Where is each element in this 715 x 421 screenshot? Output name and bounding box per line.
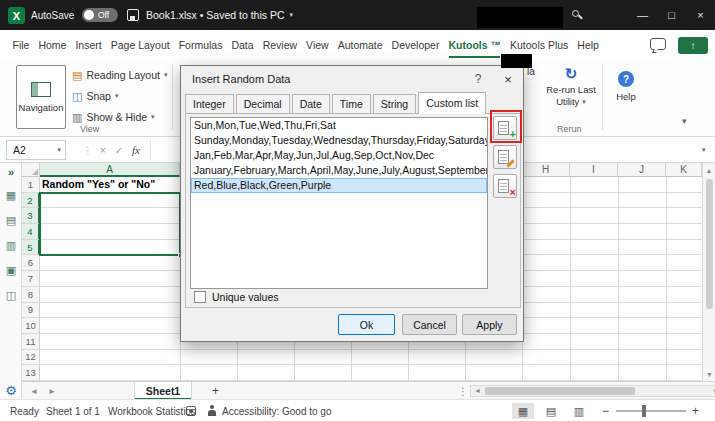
tab-insert[interactable]: Insert [71, 30, 106, 60]
help-button[interactable]: ? Help [606, 65, 646, 129]
zoom-slider-track[interactable] [616, 410, 686, 412]
row-header[interactable]: 6 [22, 255, 40, 271]
workbook-statistics-button[interactable]: Workbook Statistics [108, 400, 196, 421]
minimize-button[interactable]: — [628, 0, 657, 30]
name-box[interactable]: A2 ▾ [6, 140, 66, 160]
dialog-tab-decimal[interactable]: Decimal [236, 94, 290, 113]
insert-function-icon[interactable]: fx [128, 140, 144, 160]
collapse-ribbon-icon[interactable]: ▾ [682, 116, 687, 126]
column-header-h[interactable]: H [522, 163, 570, 177]
vertical-scroll-thumb[interactable] [706, 179, 713, 309]
tab-data[interactable]: Data [227, 30, 258, 60]
row-header[interactable]: 5 [22, 240, 40, 256]
row-header[interactable]: 4 [22, 224, 40, 240]
expand-pane-icon[interactable]: » [0, 166, 22, 178]
row-header[interactable]: 1 [22, 177, 40, 193]
maximize-button[interactable]: □ [657, 0, 686, 30]
tab-kutools[interactable]: Kutools ™ [444, 30, 506, 60]
settings-gear-icon[interactable]: ⚙ [0, 383, 22, 398]
normal-view-icon[interactable]: ▦ [512, 403, 534, 419]
tab-view[interactable]: View [302, 30, 334, 60]
macro-record-icon[interactable] [186, 406, 196, 416]
enter-entry-icon[interactable]: ✓ [112, 140, 126, 160]
next-sheet-icon[interactable]: ► [48, 382, 56, 400]
row-header[interactable]: 7 [22, 271, 40, 287]
accessibility-status[interactable]: Accessibility: Good to go [222, 400, 332, 421]
tab-review[interactable]: Review [258, 30, 301, 60]
horizontal-scrollbar[interactable]: ◄ ► [470, 385, 715, 397]
cell-a1-value[interactable]: Random "Yes" or "No" [42, 178, 179, 192]
list-item-selected[interactable]: Red,Blue,Black,Green,Purple [191, 178, 487, 193]
tab-page-layout[interactable]: Page Layout [106, 30, 174, 60]
search-icon[interactable] [572, 10, 582, 20]
tab-formulas[interactable]: Formulas [174, 30, 227, 60]
cancel-button[interactable]: Cancel [402, 314, 457, 335]
document-title[interactable]: Book1.xlsx • Saved to this PC ▾ [146, 0, 293, 30]
save-icon[interactable] [127, 9, 139, 21]
list-item[interactable]: Sunday,Monday,Tuesday,Wednesday,Thursday… [191, 133, 487, 148]
select-all-corner[interactable] [22, 163, 40, 177]
tab-home[interactable]: Home [34, 30, 71, 60]
row-header[interactable]: 3 [22, 208, 40, 224]
scroll-down-icon[interactable]: ▼ [703, 371, 715, 378]
navigation-button[interactable]: Navigation [16, 65, 66, 129]
list-item[interactable]: Jan,Feb,Mar,Apr,May,Jun,Jul,Aug,Sep,Oct,… [191, 148, 487, 163]
rerun-last-utility-button[interactable]: ↻ Re-run Last Utility▾ [543, 65, 599, 129]
page-layout-view-icon[interactable]: ▤ [540, 403, 562, 419]
scroll-up-icon[interactable]: ▲ [703, 167, 715, 174]
advanced-find-pane-icon[interactable]: ◫ [0, 289, 22, 302]
list-item[interactable]: January,February,March,April,May,June,Ju… [191, 163, 487, 178]
zoom-out-button[interactable]: − [602, 400, 609, 421]
close-button[interactable]: × [686, 0, 715, 30]
share-button[interactable]: ↑ [678, 37, 708, 54]
row-header[interactable]: 8 [22, 287, 40, 303]
autosave-toggle[interactable]: Off [82, 8, 118, 22]
reading-layout-button[interactable]: ▤ Reading Layout ▾ [72, 66, 167, 84]
row-header[interactable]: 13 [22, 365, 40, 381]
column-list-pane-icon[interactable]: ▤ [0, 214, 22, 227]
new-sheet-button[interactable]: + [212, 382, 219, 400]
apply-button[interactable]: Apply [462, 314, 517, 335]
worksheets-pane-icon[interactable]: ▦ [0, 189, 22, 202]
tab-automate[interactable]: Automate [333, 30, 387, 60]
add-list-button[interactable]: + [493, 116, 517, 140]
horizontal-scroll-thumb[interactable] [485, 387, 635, 395]
tab-help[interactable]: Help [573, 30, 604, 60]
dialog-tab-string[interactable]: String [373, 94, 416, 113]
list-item[interactable]: Sun,Mon,Tue,Wed,Thu,Fri,Sat [191, 118, 487, 133]
column-header-j[interactable]: J [618, 163, 666, 177]
row-header[interactable]: 11 [22, 334, 40, 350]
tab-splitter-icon[interactable]: ⋮ [458, 382, 468, 400]
name-manager-pane-icon[interactable]: ▣ [0, 264, 22, 277]
edit-list-button[interactable] [493, 145, 517, 169]
ok-button[interactable]: Ok [338, 314, 395, 335]
zoom-in-button[interactable]: + [692, 400, 699, 421]
dialog-tab-date[interactable]: Date [292, 94, 330, 113]
column-header-k[interactable]: K [666, 163, 702, 177]
custom-list-box[interactable]: Sun,Mon,Tue,Wed,Thu,Fri,Sat Sunday,Monda… [190, 117, 488, 289]
expand-formula-bar-icon[interactable]: ▾ [702, 146, 706, 154]
page-break-view-icon[interactable]: ▥ [568, 403, 590, 419]
previous-sheet-icon[interactable]: ◄ [30, 382, 38, 400]
column-header-a[interactable]: A [40, 163, 180, 177]
autotext-pane-icon[interactable]: ▥ [0, 239, 22, 252]
dialog-help-button[interactable]: ? [467, 68, 489, 90]
zoom-slider-handle[interactable] [642, 405, 646, 417]
dialog-tab-custom-list[interactable]: Custom list [418, 92, 486, 114]
tab-developer[interactable]: Developer [387, 30, 444, 60]
column-header-i[interactable]: I [570, 163, 618, 177]
dialog-tab-time[interactable]: Time [332, 94, 371, 113]
delete-list-button[interactable]: × [493, 174, 517, 198]
dialog-tab-integer[interactable]: Integer [185, 94, 234, 113]
scroll-left-icon[interactable]: ◄ [474, 387, 481, 394]
row-header[interactable]: 2 [22, 193, 40, 209]
comments-icon[interactable] [650, 38, 666, 50]
vertical-scrollbar[interactable]: ▲ ▼ [702, 163, 715, 381]
row-header[interactable]: 12 [22, 350, 40, 366]
cancel-entry-icon[interactable]: × [96, 140, 110, 160]
tab-file[interactable]: File [8, 30, 34, 60]
row-header[interactable]: 9 [22, 303, 40, 319]
dialog-close-button[interactable]: × [497, 68, 519, 90]
sheet-tab-sheet1[interactable]: Sheet1 [134, 382, 192, 400]
unique-values-checkbox[interactable] [194, 291, 206, 303]
